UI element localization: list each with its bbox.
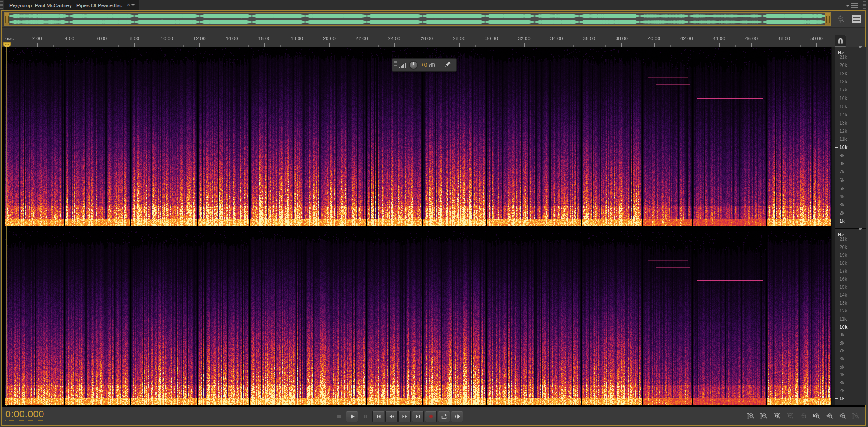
zoom-reset-button xyxy=(797,411,809,422)
spectrogram-channel-right[interactable] xyxy=(4,231,831,405)
gain-value[interactable]: +0 xyxy=(421,62,427,68)
zoom-out-full-icon[interactable] xyxy=(836,15,845,26)
ruler-tick-label: 30:00 xyxy=(485,36,498,41)
zoom-in-vertical-button[interactable] xyxy=(745,411,757,422)
rewind-button[interactable] xyxy=(385,411,398,422)
editor-tab-label: Редактор: Paul McCartney - Pipes Of Peac… xyxy=(4,3,127,8)
list-icon[interactable] xyxy=(852,15,861,25)
skip-selection-button[interactable] xyxy=(451,411,463,422)
freq-label-6k: 6k xyxy=(840,178,844,183)
hud-grip-icon[interactable] xyxy=(394,61,397,69)
ruler-tick-label: 2:00 xyxy=(32,36,42,41)
ruler-tick-label: 6:00 xyxy=(97,36,107,41)
tab-bar: Редактор: Paul McCartney - Pipes Of Peac… xyxy=(0,0,868,10)
freq-label-1k: 1k xyxy=(840,218,845,224)
zoom-full-button xyxy=(850,411,862,422)
panel-grip-icon[interactable] xyxy=(863,1,866,9)
ruler-tick-label: 44:00 xyxy=(713,36,726,41)
pause-button xyxy=(359,411,371,422)
stop-button xyxy=(333,411,345,422)
close-icon[interactable]: × xyxy=(125,1,132,9)
freq-label-8k: 8k xyxy=(840,340,844,345)
waveform-overview[interactable] xyxy=(4,12,831,26)
freq-label-4k: 4k xyxy=(840,194,844,199)
snap-magnet-icon[interactable] xyxy=(835,35,846,47)
range-handle-left[interactable] xyxy=(5,13,9,25)
ruler-tick-label: 4:00 xyxy=(65,36,74,41)
freq-label-4k: 4k xyxy=(840,372,844,377)
editor-tab[interactable]: Редактор: Paul McCartney - Pipes Of Peac… xyxy=(4,0,139,10)
spectrogram-channel-left[interactable] xyxy=(4,48,831,226)
timeline-ruler[interactable]: чмс 2:004:006:008:0010:0012:0014:0016:00… xyxy=(2,27,865,48)
gain-knob[interactable] xyxy=(409,61,418,70)
scale-dropdown-icon[interactable] xyxy=(859,230,862,239)
ruler-tick-label: 46:00 xyxy=(745,36,758,41)
transport-controls xyxy=(333,411,463,422)
ruler-tick-label: 32:00 xyxy=(518,36,531,41)
freq-label-1k: 1k xyxy=(840,396,845,401)
playhead-line xyxy=(6,47,7,406)
ruler-tick-label: 36:00 xyxy=(583,36,596,41)
ruler-tick-label: 14:00 xyxy=(226,36,238,41)
zoom-in-at-in-point-button[interactable] xyxy=(811,411,822,422)
spectral-display: Hz 21k20k19k18k17k16k15k14k13k12k11k10k9… xyxy=(2,47,865,407)
panel-grip-icon[interactable] xyxy=(0,1,3,9)
ruler-tick-label: 20:00 xyxy=(323,36,336,41)
range-handle-right[interactable] xyxy=(825,13,830,25)
ruler-tick-label: 42:00 xyxy=(680,36,693,41)
time-display[interactable]: 0:00.000 xyxy=(5,408,44,421)
freq-label-18k: 18k xyxy=(840,79,847,84)
freq-label-19k: 19k xyxy=(840,252,847,258)
freq-label-18k: 18k xyxy=(840,260,847,266)
freq-label-3k: 3k xyxy=(840,202,844,207)
freq-label-15k: 15k xyxy=(840,104,847,109)
ruler-tick-label: 12:00 xyxy=(193,36,206,41)
freq-label-13k: 13k xyxy=(840,300,847,306)
loop-playback-button[interactable] xyxy=(438,411,450,422)
ruler-tick-label: 40:00 xyxy=(648,36,660,41)
ruler-tick-label: 16:00 xyxy=(258,36,271,41)
scale-dropdown-icon[interactable] xyxy=(859,48,862,57)
freq-label-2k: 2k xyxy=(840,388,844,393)
freq-label-19k: 19k xyxy=(840,71,847,76)
freq-label-14k: 14k xyxy=(840,112,847,117)
fast-forward-button[interactable] xyxy=(398,411,411,422)
zoom-out-horizontal-button xyxy=(784,411,796,422)
zoom-controls xyxy=(745,411,862,422)
ruler-tick-label: 18:00 xyxy=(290,36,303,41)
freq-label-11k: 11k xyxy=(840,136,847,142)
audition-editor-panel: Редактор: Paul McCartney - Pipes Of Peac… xyxy=(0,0,868,427)
zoom-in-horizontal-button[interactable] xyxy=(771,411,783,422)
play-button[interactable] xyxy=(346,411,358,422)
freq-label-20k: 20k xyxy=(840,62,847,68)
gain-unit-label: dB xyxy=(429,62,435,68)
freq-label-9k: 9k xyxy=(840,332,844,337)
ruler-tick-label: 48:00 xyxy=(778,36,790,41)
zoom-out-vertical-button[interactable] xyxy=(758,411,770,422)
skip-to-end-button[interactable] xyxy=(412,411,424,422)
freq-label-20k: 20k xyxy=(840,245,847,250)
freq-label-16k: 16k xyxy=(840,96,847,101)
zoom-to-selection-button[interactable] xyxy=(837,411,849,422)
freq-label-17k: 17k xyxy=(840,268,847,273)
freq-label-7k: 7k xyxy=(840,348,844,353)
freq-label-21k: 21k xyxy=(840,236,847,242)
freq-label-3k: 3k xyxy=(840,380,844,385)
zoom-in-at-out-point-button[interactable] xyxy=(824,411,835,422)
volume-bars-icon xyxy=(399,62,406,68)
ruler-tick-label: 24:00 xyxy=(388,36,401,41)
freq-label-10k: 10k xyxy=(840,144,848,150)
freq-label-10k: 10k xyxy=(840,324,848,330)
freq-label-2k: 2k xyxy=(840,210,844,216)
ruler-tick-label: 22:00 xyxy=(356,36,368,41)
pin-icon[interactable] xyxy=(445,61,451,69)
ruler-tick-label: 10:00 xyxy=(161,36,173,41)
panel-menu-icon[interactable] xyxy=(845,2,859,9)
skip-to-start-button[interactable] xyxy=(372,411,384,422)
freq-label-5k: 5k xyxy=(840,186,844,191)
record-button[interactable] xyxy=(425,411,437,422)
ruler-tick-label: 26:00 xyxy=(421,36,433,41)
status-bar: 0:00.000 xyxy=(2,407,865,424)
volume-hud[interactable]: +0 dB xyxy=(392,58,457,72)
overview-waveform-canvas[interactable] xyxy=(9,13,826,25)
